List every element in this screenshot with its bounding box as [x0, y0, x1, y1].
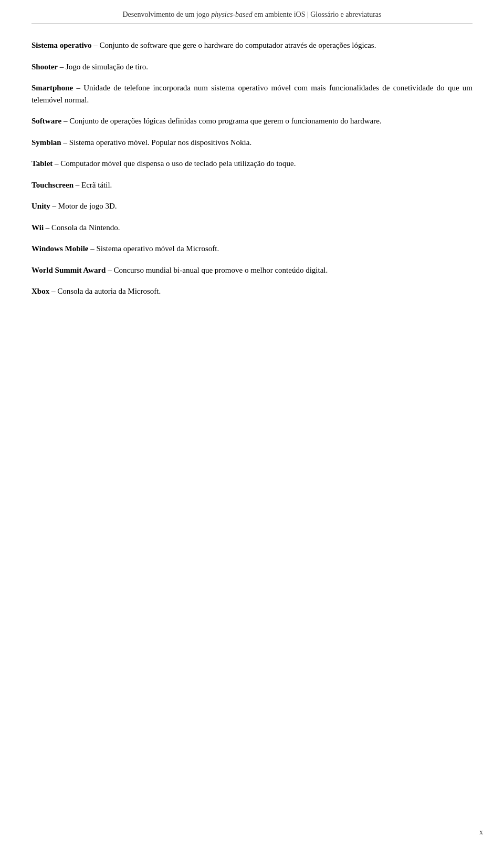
definition-world-summit-award: Concurso mundial bi-anual que promove o …	[113, 266, 328, 274]
term-world-summit-award: World Summit Award	[32, 266, 106, 274]
definition-touchscreen: Ecrã tátil.	[81, 181, 112, 189]
definition-tablet: Computador móvel que dispensa o uso de t…	[60, 159, 296, 168]
page-number: x	[479, 828, 483, 836]
definition-smartphone: Unidade de telefone incorporada num sist…	[32, 84, 472, 104]
entry-smartphone: Smartphone – Unidade de telefone incorpo…	[32, 82, 472, 106]
entry-world-summit-award: World Summit Award – Concurso mundial bi…	[32, 264, 472, 276]
term-touchscreen: Touchscreen	[32, 181, 74, 189]
definition-xbox: Consola da autoria da Microsoft.	[57, 287, 161, 295]
term-shooter: Shooter	[32, 63, 58, 71]
definition-unity: Motor de jogo 3D.	[58, 202, 117, 210]
term-wii: Wii	[32, 223, 44, 232]
header-text-before-italic: Desenvolvimento de um jogo	[122, 11, 211, 18]
entry-windows-mobile: Windows Mobile – Sistema operativo móvel…	[32, 243, 472, 255]
definition-shooter: Jogo de simulação de tiro.	[66, 63, 148, 71]
page-header: Desenvolvimento de um jogo physics-based…	[32, 11, 472, 24]
entry-software: Software – Conjunto de operações lógicas…	[32, 115, 472, 127]
term-xbox: Xbox	[32, 287, 49, 295]
entry-touchscreen: Touchscreen – Ecrã tátil.	[32, 179, 472, 191]
glossary-content: Sistema operativo – Conjunto de software…	[32, 39, 472, 297]
term-sistema-operativo: Sistema operativo	[32, 41, 92, 49]
entry-tablet: Tablet – Computador móvel que dispensa o…	[32, 158, 472, 170]
header-text-after-italic: em ambiente iOS | Glossário e abreviatur…	[253, 11, 382, 18]
term-unity: Unity	[32, 202, 50, 210]
entry-xbox: Xbox – Consola da autoria da Microsoft.	[32, 285, 472, 297]
definition-symbian: Sistema operativo móvel. Popular nos dis…	[69, 138, 251, 147]
entry-symbian: Symbian – Sistema operativo móvel. Popul…	[32, 137, 472, 149]
entry-wii: Wii – Consola da Nintendo.	[32, 222, 472, 234]
definition-software: Conjunto de operações lógicas definidas …	[69, 117, 381, 125]
definition-sistema-operativo: Conjunto de software que gere o hardware…	[100, 41, 376, 49]
entry-sistema-operativo: Sistema operativo – Conjunto de software…	[32, 39, 472, 51]
term-smartphone: Smartphone	[32, 84, 73, 92]
term-software: Software	[32, 117, 61, 125]
definition-windows-mobile: Sistema operativo móvel da Microsoft.	[97, 244, 219, 253]
term-symbian: Symbian	[32, 138, 61, 147]
term-tablet: Tablet	[32, 159, 52, 168]
entry-unity: Unity – Motor de jogo 3D.	[32, 200, 472, 212]
entry-shooter: Shooter – Jogo de simulação de tiro.	[32, 61, 472, 73]
header-italic-text: physics-based	[211, 11, 253, 18]
term-windows-mobile: Windows Mobile	[32, 244, 89, 253]
definition-wii: Consola da Nintendo.	[51, 223, 120, 232]
